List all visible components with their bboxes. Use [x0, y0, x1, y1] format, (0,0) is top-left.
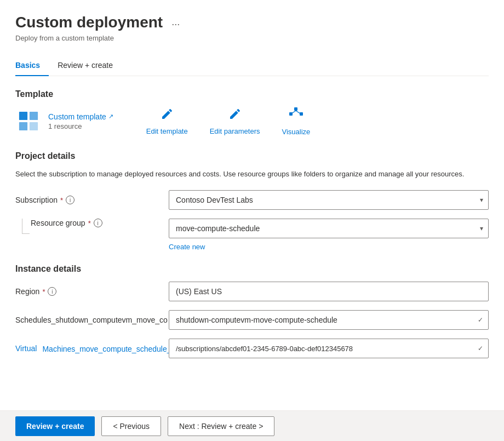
- virtual-machines-row: Virtual Machines_move_compute_schedule_e…: [15, 339, 489, 358]
- schedules-label: Schedules_shutdown_computevm_move_co: [15, 316, 169, 324]
- region-info-icon[interactable]: i: [48, 287, 56, 296]
- subscription-select-wrapper: Contoso DevTest Labs ▾: [169, 190, 489, 210]
- resource-group-select[interactable]: move-compute-schedule: [169, 219, 489, 238]
- template-resource-count: 1 resource: [48, 122, 113, 130]
- tab-review-create[interactable]: Review + create: [58, 55, 122, 76]
- svg-rect-2: [19, 122, 27, 130]
- previous-button[interactable]: < Previous: [101, 416, 161, 436]
- indent-corner: [22, 226, 30, 234]
- project-details-description: Select the subscription to manage deploy…: [15, 169, 489, 180]
- resource-group-required: *: [88, 219, 91, 227]
- footer-bar: Review + create < Previous Next : Review…: [0, 410, 504, 441]
- edit-template-icon: [161, 107, 174, 124]
- edit-template-label: Edit template: [146, 127, 188, 135]
- subscription-control: Contoso DevTest Labs ▾: [169, 190, 489, 210]
- project-details-title: Project details: [15, 151, 489, 161]
- template-info: Custom template ↗ 1 resource: [48, 112, 113, 130]
- template-actions: Edit template Edit parameters: [146, 107, 310, 136]
- resource-group-label-section: Resource group * i: [15, 219, 169, 234]
- external-link-icon: ↗: [108, 113, 113, 120]
- schedules-select-wrapper: shutdown-computevm-move-compute-schedule…: [169, 310, 489, 330]
- tab-basics[interactable]: Basics: [15, 55, 49, 76]
- visualize-button[interactable]: Visualize: [282, 107, 310, 136]
- subscription-row: Subscription * i Contoso DevTest Labs ▾: [15, 190, 489, 210]
- subscription-info-icon[interactable]: i: [66, 196, 75, 204]
- virtual-machines-select[interactable]: /subscriptions/abcdef01-2345-6789-0abc-d…: [169, 339, 489, 358]
- template-section-title: Template: [15, 89, 489, 99]
- resource-group-label: Resource group * i: [31, 219, 102, 227]
- template-link[interactable]: Custom template ↗: [48, 112, 113, 121]
- next-review-create-button[interactable]: Next : Review + create >: [168, 416, 274, 436]
- template-icon: [15, 108, 42, 134]
- visualize-label: Visualize: [282, 128, 310, 136]
- virtual-machines-select-wrapper: /subscriptions/abcdef01-2345-6789-0abc-d…: [169, 339, 489, 358]
- edit-parameters-button[interactable]: Edit parameters: [210, 107, 260, 135]
- visualize-icon: [289, 107, 303, 124]
- ellipsis-button[interactable]: ...: [168, 15, 183, 29]
- svg-rect-6: [294, 107, 297, 111]
- svg-rect-0: [19, 112, 27, 120]
- edit-template-button[interactable]: Edit template: [146, 107, 188, 135]
- region-control: [169, 282, 489, 301]
- template-row: Custom template ↗ 1 resource Edit templa…: [15, 107, 489, 136]
- tab-bar: Basics Review + create: [15, 55, 489, 76]
- resource-group-control: move-compute-schedule ▾: [169, 219, 489, 238]
- region-row: Region * i: [15, 282, 489, 301]
- resource-group-container: Resource group * i move-compute-schedule…: [15, 219, 489, 238]
- schedules-row: Schedules_shutdown_computevm_move_co shu…: [15, 310, 489, 330]
- instance-details-title: Instance details: [15, 264, 489, 274]
- svg-line-8: [296, 111, 301, 114]
- virtual-machines-control: /subscriptions/abcdef01-2345-6789-0abc-d…: [169, 339, 489, 358]
- svg-rect-1: [30, 112, 38, 120]
- indent-connector: [15, 219, 28, 234]
- edit-parameters-label: Edit parameters: [210, 127, 260, 135]
- edit-parameters-icon: [228, 107, 242, 124]
- create-new-link[interactable]: Create new: [169, 243, 205, 251]
- region-input[interactable]: [169, 282, 489, 301]
- region-required: *: [42, 288, 45, 296]
- svg-rect-3: [30, 122, 38, 130]
- page-subtitle: Deploy from a custom template: [15, 34, 489, 42]
- subscription-required: *: [60, 196, 63, 204]
- subscription-select[interactable]: Contoso DevTest Labs: [169, 190, 489, 210]
- virtual-machines-label: Virtual Machines_move_compute_schedule_e…: [15, 343, 169, 353]
- review-create-button[interactable]: Review + create: [15, 416, 95, 436]
- page-header: Custom deployment ...: [15, 13, 489, 32]
- region-label: Region * i: [15, 287, 169, 296]
- schedules-control: shutdown-computevm-move-compute-schedule…: [169, 310, 489, 330]
- instance-details-section: Instance details Region * i Schedules_sh…: [15, 264, 489, 358]
- page-title: Custom deployment: [15, 13, 163, 32]
- resource-group-select-wrapper: move-compute-schedule ▾: [169, 219, 489, 238]
- indent-line: [22, 219, 22, 226]
- subscription-label: Subscription * i: [15, 196, 169, 204]
- resource-group-info-icon[interactable]: i: [94, 219, 102, 227]
- schedules-select[interactable]: shutdown-computevm-move-compute-schedule: [169, 310, 489, 330]
